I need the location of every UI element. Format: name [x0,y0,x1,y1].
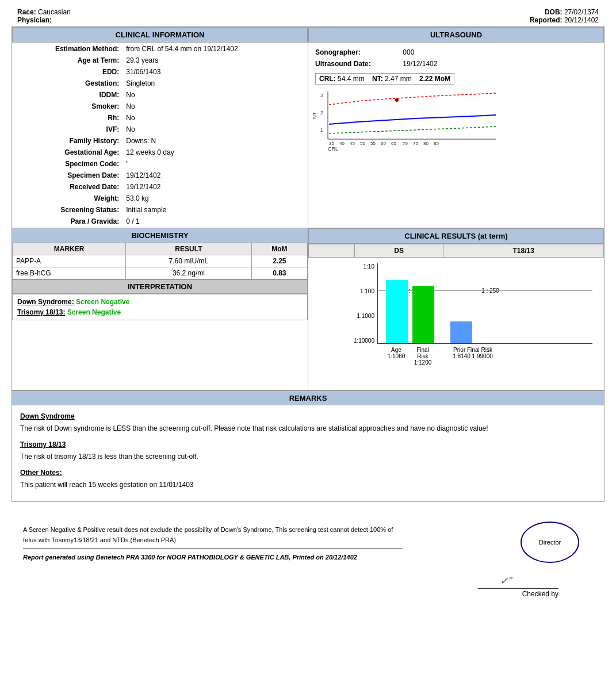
nt-label: NT: [372,75,383,83]
sonographer-value: 000 [400,47,457,57]
bio-col-marker: MARKER [13,243,126,255]
family-hist-value: Downs: N [123,136,307,146]
main-content-table: CLINICAL INFORMATION Estimation Method:f… [12,26,604,390]
ultrasound-section: ULTRASOUND Sonographer: 000 Ultrasound D… [308,27,604,228]
clinical-results-section: CLINICAL RESULTS (at term) DS T18/13 [308,228,604,390]
us-info-table: Sonographer: 000 Ultrasound Date: 19/12/… [312,46,458,89]
ds-result: Screen Negative [76,298,129,306]
down-syndrome-remark-title: Down Syndrome [20,411,596,421]
sonographer-label: Sonographer: [313,47,399,57]
crl-nt-box: CRL: 54.4 mm NT: 2.47 mm 2.22 MoM [313,70,457,87]
chart-wrapper: 1:10 1:100 1:1000 1:10000 [343,263,598,367]
director-sig-svg: Director [518,519,581,565]
down-syndrome-remark: Down Syndrome The risk of Down syndrome … [20,411,596,434]
results-inner-table: DS T18/13 [308,244,604,258]
svg-text:55: 55 [370,141,376,146]
remarks-content: Down Syndrome The risk of Down syndrome … [12,405,604,501]
ds-age-bar [386,280,408,343]
y-label-10000: 1:10000 [343,338,374,344]
estim-value: from CRL of 54.4 mm on 19/12/1402 [123,44,307,54]
clinical-info-section: CLINICAL INFORMATION Estimation Method:f… [12,27,308,228]
crl-value: 54.4 mm [338,75,365,83]
t18-prior-risk: 1:8140 1:99000 [450,353,496,359]
trisomy-remark-text: The risk of trisomy 18/13 is less than t… [20,453,198,461]
chart-bars-area [377,263,592,344]
y-label-100: 1:100 [343,288,374,294]
header-left: Race: Caucasian Physician: [17,8,71,24]
svg-text:40: 40 [339,141,345,146]
svg-text:65: 65 [391,141,396,146]
svg-text:50: 50 [360,141,365,146]
checked-by-label: Checked by [522,590,558,598]
spec-date-label: Specimen Date: [13,170,122,181]
remarks-section: REMARKS Down Syndrome The risk of Down s… [12,390,604,502]
x-axis-labels: Age 1:1060 Final Risk 1:1200 Prior Final… [377,347,592,366]
svg-text:NT: NT [312,112,317,119]
bhcg-result: 36.2 ng/ml [126,267,252,279]
svg-text:80: 80 [423,141,428,146]
spec-code-label: Specimen Code: [13,159,122,169]
us-date-value: 19/12/1402 [400,59,457,69]
t18-prior-col-label: Prior Final Risk [450,347,496,353]
down-syndrome-remark-text: The risk of Down syndrome is LESS than t… [20,424,488,432]
footer-text: A Screen Negative & Positive result does… [23,525,403,563]
spec-date-value: 19/12/1402 [123,170,307,181]
recv-date-label: Received Date: [13,182,122,192]
physician-label: Physician: [17,16,52,24]
iddm-value: No [123,90,307,100]
results-t18-col: T18/13 [443,244,604,258]
para-label: Para / Gravida: [13,216,122,227]
pappa-result: 7.60 mIU/mL [126,255,252,267]
gestation-value: Singleton [123,78,307,89]
para-value: 0 / 1 [123,216,307,227]
bio-col-mom: MoM [251,243,307,255]
director-signature: Director [518,519,581,567]
race-value: Caucasian [38,8,71,16]
trisomy-remark-title: Trisomy 18/13 [20,439,596,450]
iddm-label: IDDM: [13,90,122,100]
clinical-info-header: CLINICAL INFORMATION [12,27,308,43]
weight-value: 53.0 kg [123,193,307,204]
checked-by-line [478,588,558,589]
ds-age-col-label: Age [385,347,407,353]
t18-prior-bar [450,321,472,343]
cutoff-line-1-250 [378,290,592,291]
age-label: Age at Term: [13,55,122,66]
other-remark: Other Notes: This patient will reach 15 … [20,467,596,490]
ds-final-label-group: Final Risk 1:1200 [412,347,434,366]
svg-text:CRL: CRL [328,146,338,152]
us-date-label: Ultrasound Date: [313,59,399,69]
t18-prior-label-group: Prior Final Risk 1:8140 1:99000 [450,347,496,366]
ds-final-col-label: Final Risk [412,347,434,359]
reported-value: 20/12/1402 [564,16,599,24]
gest-age-label: Gestational Age: [13,147,122,158]
bio-row-bhcg: free B-hCG 36.2 ng/ml 0.83 [13,267,308,279]
ds-age-label-group: Age 1:1060 [385,347,407,366]
screen-status-value: Initial sample [123,205,307,215]
screen-status-label: Screening Status: [13,205,122,215]
biochemistry-section: BIOCHEMISTRY MARKER RESULT MoM PAPP-A 7.… [12,228,308,390]
other-remark-title: Other Notes: [20,467,596,478]
svg-text:45: 45 [350,141,355,146]
results-empty-col [309,244,355,258]
t18-interpretation: Trisomy 18/13: Screen Negative [17,308,303,316]
svg-text:35: 35 [329,141,334,146]
svg-text:2: 2 [320,110,323,116]
svg-text:1: 1 [320,127,323,133]
dob-label: DOB: [545,8,563,16]
crl-label: CRL: [319,75,336,83]
ds-interpretation: Down Syndrome: Screen Negative [17,298,303,306]
ds-final-bar [412,286,434,343]
crl-nt-values: CRL: 54.4 mm NT: 2.47 mm 2.22 MoM [315,73,454,85]
gest-age-value: 12 weeks 0 day [123,147,307,158]
weight-label: Weight: [13,193,122,204]
nt-chart-svg: 3 2 1 35 40 45 50 55 60 [312,89,502,155]
svg-point-18 [395,98,399,102]
nt-value: 2.47 mm [385,75,412,83]
estim-label: Estimation Method: [13,44,122,54]
interpretation-content: Down Syndrome: Screen Negative Trisomy 1… [12,294,308,320]
reported-label: Reported: [530,16,563,24]
trisomy-remark: Trisomy 18/13 The risk of trisomy 18/13 … [20,439,596,462]
report-line: Report generated using Benetech PRA 3300… [23,553,403,563]
checked-sig-mark: ✓’’ [23,574,558,587]
